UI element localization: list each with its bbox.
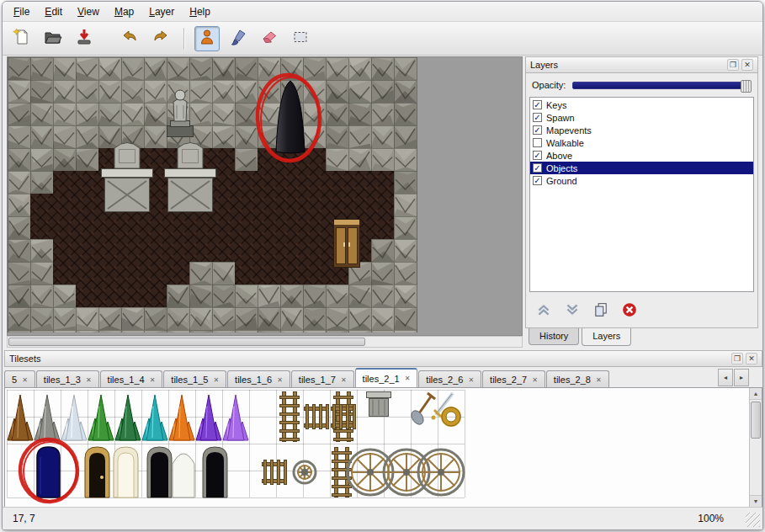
layer-visibility-checkbox[interactable]: ✓ — [533, 125, 542, 135]
tileset-tab-tiles_2_6[interactable]: tiles_2_6✕ — [418, 370, 481, 387]
tileset-tab-tiles_1_4[interactable]: tiles_1_4✕ — [100, 370, 163, 387]
menu-view[interactable]: View — [70, 2, 107, 21]
new-map-button[interactable] — [9, 26, 35, 51]
tileset-tab-tiles_1_5[interactable]: tiles_1_5✕ — [163, 370, 226, 387]
close-icon[interactable]: ✕ — [746, 353, 757, 364]
tileset-tab-tiles_1_7[interactable]: tiles_1_7✕ — [291, 370, 354, 387]
tab-close-icon[interactable]: ✕ — [532, 376, 538, 384]
duplicate-layer-button[interactable] — [592, 302, 610, 321]
layer-row-objects[interactable]: ✓Objects — [530, 162, 753, 174]
save-map-button[interactable] — [72, 26, 97, 51]
tab-label: tiles_1_4 — [108, 375, 145, 385]
layer-row-walkable[interactable]: Walkable — [530, 136, 753, 149]
map-viewport[interactable] — [7, 56, 523, 336]
layer-visibility-checkbox[interactable]: ✓ — [533, 113, 542, 122]
lower-layer-button[interactable] — [563, 302, 582, 321]
tab-label: tiles_1_6 — [235, 375, 272, 385]
layer-visibility-checkbox[interactable] — [533, 138, 542, 147]
tileset-canvas[interactable] — [5, 388, 749, 506]
brush-tool-button[interactable] — [226, 26, 251, 51]
map-editor-window: FileEditViewMapLayerHelp Layers ❐ ✕ Opac… — [2, 1, 763, 530]
tab-label: tiles_2_7 — [490, 375, 527, 385]
tab-close-icon[interactable]: ✕ — [341, 376, 347, 384]
delete-layer-button[interactable] — [620, 302, 639, 321]
tileset-body: ▲ ▼ — [4, 388, 762, 508]
opacity-row: Opacity: — [526, 75, 757, 95]
tab-close-icon[interactable]: ✕ — [86, 376, 92, 384]
tileset-tab-tiles_2_1[interactable]: tiles_2_1✕ — [355, 368, 418, 387]
resize-grip[interactable] — [746, 513, 760, 527]
layer-visibility-checkbox[interactable]: ✓ — [533, 100, 542, 109]
tab-label: 5 — [12, 375, 17, 385]
chevrons-up-icon — [536, 302, 551, 321]
layer-row-spawn[interactable]: ✓Spawn — [530, 111, 753, 124]
open-map-button[interactable] — [40, 26, 66, 51]
tab-label: tiles_2_8 — [554, 375, 591, 385]
tileset-tab-tiles_2_7[interactable]: tiles_2_7✕ — [482, 370, 545, 387]
select-rect-icon — [291, 28, 310, 50]
scroll-up-icon[interactable]: ▲ — [750, 388, 762, 400]
eraser-tool-button[interactable] — [257, 26, 282, 51]
tab-close-icon[interactable]: ✕ — [468, 376, 474, 384]
menu-layer[interactable]: Layer — [141, 2, 182, 21]
tab-close-icon[interactable]: ✕ — [213, 376, 219, 384]
zoom-level: 100% — [698, 513, 724, 524]
layer-list: ✓Keys✓Spawn✓MapeventsWalkable✓Above✓Obje… — [529, 97, 754, 292]
redo-icon — [151, 28, 170, 50]
dock-tab-history[interactable]: History — [529, 328, 579, 345]
entity-tool-button[interactable] — [194, 26, 220, 51]
layer-visibility-checkbox[interactable]: ✓ — [533, 151, 542, 160]
tileset-tab-tiles_2_8[interactable]: tiles_2_8✕ — [546, 370, 609, 387]
dock-tab-layers[interactable]: Layers — [582, 328, 631, 346]
float-icon[interactable]: ❐ — [731, 353, 743, 364]
tab-label: tiles_2_1 — [363, 374, 400, 384]
tab-scroll-right-icon[interactable]: ▸ — [734, 369, 749, 386]
menu-map[interactable]: Map — [107, 2, 141, 21]
layer-name: Mapevents — [546, 125, 592, 136]
new-file-icon — [13, 28, 31, 50]
eraser-icon — [260, 28, 279, 50]
tileset-vertical-scrollbar[interactable]: ▲ ▼ — [749, 388, 762, 507]
menu-help[interactable]: Help — [182, 2, 218, 21]
menu-file[interactable]: File — [6, 2, 37, 21]
tileset-tab-tiles_1_3[interactable]: tiles_1_3✕ — [36, 370, 99, 387]
layer-name: Walkable — [546, 138, 584, 148]
layer-visibility-checkbox[interactable]: ✓ — [533, 163, 542, 173]
layer-row-ground[interactable]: ✓Ground — [530, 174, 753, 187]
opacity-label: Opacity: — [532, 80, 566, 90]
scrollbar-thumb[interactable] — [8, 338, 365, 346]
tab-close-icon[interactable]: ✕ — [22, 376, 28, 384]
tab-scroll-left-icon[interactable]: ◂ — [718, 369, 733, 386]
undo-icon — [120, 28, 139, 50]
scrollbar-thumb[interactable] — [751, 402, 761, 439]
float-icon[interactable]: ❐ — [727, 59, 739, 71]
undo-button[interactable] — [117, 26, 142, 51]
select-tool-button[interactable] — [288, 26, 313, 51]
menu-edit[interactable]: Edit — [37, 2, 70, 21]
tab-close-icon[interactable]: ✕ — [596, 376, 602, 384]
close-icon[interactable]: ✕ — [741, 59, 753, 71]
tab-close-icon[interactable]: ✕ — [150, 376, 156, 384]
layer-name: Ground — [546, 176, 577, 186]
layer-row-above[interactable]: ✓Above — [530, 149, 753, 162]
map-canvas[interactable] — [8, 57, 417, 332]
map-horizontal-scrollbar[interactable] — [7, 336, 523, 348]
scroll-down-icon[interactable]: ▼ — [750, 495, 762, 507]
layer-visibility-checkbox[interactable]: ✓ — [533, 176, 542, 185]
cursor-coordinates: 17, 7 — [13, 513, 35, 524]
delete-icon — [622, 302, 637, 321]
tileset-tab-5[interactable]: 5✕ — [4, 370, 35, 387]
tab-close-icon[interactable]: ✕ — [277, 376, 283, 384]
tab-scroll-arrows: ◂ ▸ — [717, 369, 749, 386]
raise-layer-button[interactable] — [534, 302, 553, 321]
save-icon — [75, 28, 93, 50]
layer-row-mapevents[interactable]: ✓Mapevents — [530, 124, 753, 136]
opacity-slider[interactable] — [572, 82, 752, 89]
toolbar-separator — [183, 28, 184, 50]
redo-button[interactable] — [148, 26, 173, 51]
tileset-tab-tiles_1_6[interactable]: tiles_1_6✕ — [227, 370, 290, 387]
layer-row-keys[interactable]: ✓Keys — [530, 98, 753, 111]
opacity-slider-handle[interactable] — [741, 80, 752, 93]
tileset-tabs: 5✕tiles_1_3✕tiles_1_4✕tiles_1_5✕tiles_1_… — [4, 368, 729, 387]
tab-close-icon[interactable]: ✕ — [405, 375, 411, 382]
